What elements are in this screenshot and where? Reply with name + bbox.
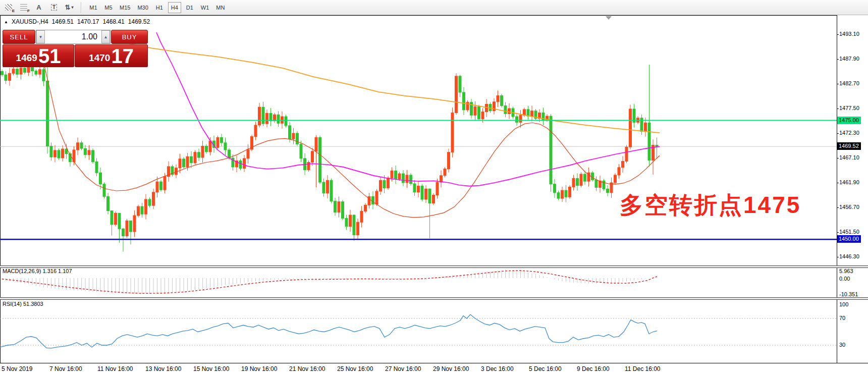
candle-body <box>516 117 518 122</box>
price-badge-1469.52: 1469.52 <box>837 142 861 150</box>
price-tick-label: 1461.90 <box>839 179 859 185</box>
candle-body <box>478 106 480 119</box>
sell-button[interactable]: SELL <box>3 30 35 44</box>
candle-body <box>307 162 310 170</box>
candle-body <box>77 143 79 150</box>
fibonacci-retracement-icon[interactable]: F <box>17 2 30 13</box>
candle-body <box>183 159 185 167</box>
candle-body <box>186 156 189 167</box>
rsi-canvas[interactable] <box>0 299 837 363</box>
candle-body <box>614 175 617 183</box>
candle-body <box>319 137 321 182</box>
time-axis-label: 11 Nov 16:00 <box>97 365 133 372</box>
candle-body <box>315 137 317 151</box>
macd-canvas[interactable] <box>0 267 837 297</box>
candle-body <box>224 143 227 150</box>
collapse-triangle-icon[interactable]: ▲ <box>4 20 8 24</box>
candle-body <box>527 110 529 116</box>
candle-body <box>145 199 147 214</box>
candle-body <box>360 211 363 223</box>
timeframe-button-h1[interactable]: H1 <box>153 2 166 13</box>
candle-body <box>221 137 223 142</box>
candle-body <box>519 115 522 122</box>
candle-body <box>35 71 37 75</box>
time-axis-label: 5 Dec 16:00 <box>529 365 562 372</box>
candle-body <box>111 211 113 225</box>
timeframe-button-d1[interactable]: D1 <box>183 2 196 13</box>
candle-body <box>39 70 41 74</box>
candle-body <box>296 133 299 144</box>
time-axis-label: 27 Nov 16:00 <box>385 365 421 372</box>
candle-body <box>459 76 461 92</box>
candle-body <box>175 168 178 175</box>
timeframe-button-h4[interactable]: H4 <box>168 2 181 13</box>
candle-body <box>580 174 582 186</box>
arrows-tool-icon[interactable]: ⇅▾ <box>63 2 76 13</box>
candle-body <box>428 189 431 203</box>
candle-body <box>625 147 628 161</box>
candle-body <box>126 221 128 236</box>
timeframe-button-mn[interactable]: MN <box>213 2 227 13</box>
candle-body <box>591 173 594 180</box>
timeframe-button-m1[interactable]: M1 <box>87 2 100 13</box>
candle-body <box>292 133 295 139</box>
candle-body <box>474 106 476 115</box>
candle-body <box>133 216 136 232</box>
chevron-down-icon[interactable]: ▾ <box>71 5 73 10</box>
candle-body <box>656 145 658 147</box>
equidistant-channel-icon[interactable]: E <box>2 2 15 13</box>
candle-body <box>12 69 15 73</box>
rsi-label: RSI(14) 51.3803 <box>3 301 43 307</box>
buy-price-display[interactable]: 1470 17 <box>75 44 148 67</box>
candle-body <box>5 75 7 80</box>
volume-input[interactable] <box>45 30 101 43</box>
candle-body <box>531 111 533 116</box>
candle-body <box>481 112 484 119</box>
timeframe-button-m15[interactable]: M15 <box>117 2 133 13</box>
candle-body <box>387 178 390 188</box>
candle-body <box>31 67 34 71</box>
candle-body <box>247 149 249 158</box>
candle-body <box>243 158 246 169</box>
candle-body <box>342 202 344 219</box>
candle-body <box>262 107 264 124</box>
candle-body <box>20 68 22 74</box>
buy-button[interactable]: BUY <box>111 30 148 44</box>
sell-price-display[interactable]: 1469 51 <box>3 44 74 67</box>
candle-body <box>334 201 337 212</box>
candle-body <box>289 126 291 139</box>
price-tick-label: 1493.10 <box>839 31 859 37</box>
candle-body <box>379 180 382 191</box>
candle-body <box>330 180 333 201</box>
volume-increase-button[interactable]: ▲ <box>101 30 110 43</box>
candle-body <box>311 151 314 163</box>
candle-body <box>455 76 458 113</box>
timeframe-button-w1[interactable]: W1 <box>198 2 212 13</box>
candle-body <box>228 150 231 158</box>
candle-body <box>62 149 64 158</box>
price-scale[interactable]: 1493.101487.901482.701477.501472.301467.… <box>837 0 868 376</box>
candle-body <box>569 187 571 197</box>
candle-body <box>561 190 564 198</box>
time-axis-label: 7 Nov 16:00 <box>49 365 82 372</box>
timeframe-button-m5[interactable]: M5 <box>102 2 115 13</box>
candle-body <box>584 174 586 181</box>
candle-body <box>417 186 420 192</box>
timeframe-button-m30[interactable]: M30 <box>135 2 150 13</box>
candle-body <box>118 213 121 229</box>
candle-body <box>201 146 204 157</box>
candle-body <box>618 168 620 175</box>
text-label-icon[interactable]: T <box>47 2 61 13</box>
candle-body <box>413 184 416 192</box>
price-badge-1450.00: 1450.00 <box>837 235 861 243</box>
candle-body <box>24 68 26 72</box>
candle-body <box>372 196 374 204</box>
volume-decrease-button[interactable]: ▼ <box>36 30 45 43</box>
text-tool-icon[interactable]: A <box>32 2 45 13</box>
macd-label: MACD(12,26,9) 1.316 1.107 <box>3 268 72 274</box>
time-axis[interactable]: 5 Nov 20197 Nov 16:0011 Nov 16:0013 Nov … <box>0 363 868 376</box>
candle-body <box>164 177 166 190</box>
candle-body <box>622 162 624 168</box>
candle-body <box>398 174 401 179</box>
candle-body <box>194 152 196 163</box>
